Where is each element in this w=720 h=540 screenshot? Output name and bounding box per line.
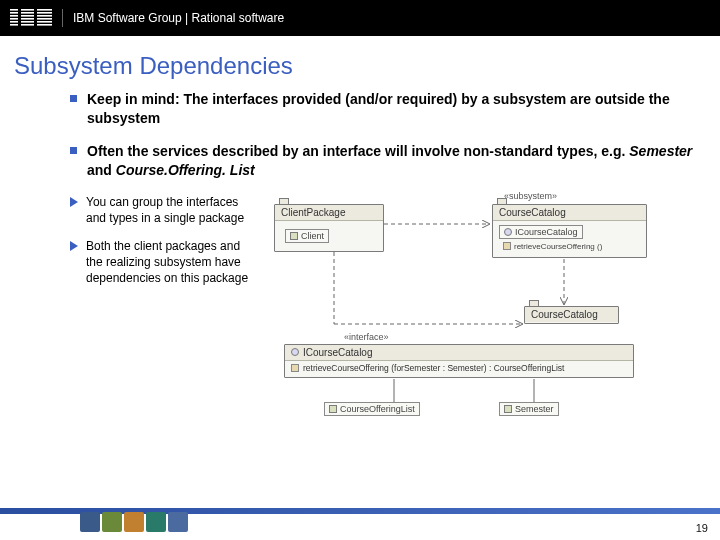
course-catalog-mid-label: CourseCatalog [531, 309, 598, 320]
client-class: Client [285, 229, 329, 243]
sub-bullet-1-text: You can group the interfaces and types i… [86, 194, 250, 226]
bullet-2-mid: and [87, 162, 116, 178]
bullet-2-text: Often the services described by an inter… [87, 142, 700, 180]
icourse-catalog-title: ICourseCatalog [303, 347, 372, 358]
semester-class: Semester [499, 402, 559, 416]
svg-rect-6 [18, 9, 21, 27]
course-catalog-subsystem: CourseCatalog ICourseCatalog retrieveCou… [492, 204, 647, 258]
course-offering-list-class: CourseOfferingList [324, 402, 420, 416]
columns: You can group the interfaces and types i… [70, 194, 700, 424]
sub-bullet-1: You can group the interfaces and types i… [70, 194, 250, 226]
header-breadcrumb: IBM Software Group | Rational software [73, 11, 284, 25]
bullet-2-italic1: Semester [629, 143, 692, 159]
left-column: You can group the interfaces and types i… [70, 194, 250, 424]
page-number: 19 [696, 522, 708, 534]
bullet-1-text: Keep in mind: The interfaces provided (a… [87, 90, 700, 128]
svg-rect-5 [10, 24, 52, 26]
subsystem-stereotype: «subsystem» [504, 191, 557, 201]
svg-rect-1 [10, 12, 52, 14]
footer-icon [102, 512, 122, 532]
icourse-catalog-ref: ICourseCatalog [499, 225, 583, 239]
icourse-catalog-interface: ICourseCatalog retrieveCourseOffering (f… [284, 344, 634, 378]
page-title: Subsystem Dependencies [0, 36, 720, 90]
client-package-box: ClientPackage Client [274, 204, 384, 252]
method-sig-label: retrieveCourseOffering () [514, 242, 602, 251]
client-package-label: ClientPackage [281, 207, 345, 218]
course-catalog-pkg-label: CourseCatalog [499, 207, 566, 218]
course-catalog-mid: CourseCatalog [524, 306, 619, 324]
bullet-2-italic2: Course.Offering. List [116, 162, 255, 178]
sub-bullet-2: Both the client packages and the realizi… [70, 238, 250, 287]
footer-icon [168, 512, 188, 532]
class-icon [329, 405, 337, 413]
footer-icons [80, 512, 188, 532]
header-bar: IBM Software Group | Rational software [0, 0, 720, 36]
square-bullet-icon [70, 147, 77, 154]
footer-icon [80, 512, 100, 532]
sub-bullet-2-text: Both the client packages and the realizi… [86, 238, 250, 287]
client-label: Client [301, 231, 324, 241]
icourse-catalog-label: ICourseCatalog [515, 227, 578, 237]
bullet-2: Often the services described by an inter… [70, 142, 700, 180]
interface-stereotype: «interface» [344, 332, 389, 342]
footer-icon [146, 512, 166, 532]
interface-icon [504, 228, 512, 236]
square-bullet-icon [70, 95, 77, 102]
header-divider [62, 9, 63, 27]
class-icon [290, 232, 298, 240]
semester-label: Semester [515, 404, 554, 414]
bullet-1: Keep in mind: The interfaces provided (a… [70, 90, 700, 128]
content-area: Keep in mind: The interfaces provided (a… [0, 90, 720, 424]
bullet-2-pre: Often the services described by an inter… [87, 143, 629, 159]
operation-icon [291, 364, 299, 372]
svg-rect-0 [10, 9, 52, 11]
operation-icon [503, 242, 511, 250]
bullet-1-pre: Keep in mind: The interfaces provided (a… [87, 91, 595, 107]
course-offering-list-label: CourseOfferingList [340, 404, 415, 414]
svg-rect-3 [10, 18, 52, 20]
ibm-logo [10, 9, 52, 27]
triangle-bullet-icon [70, 197, 78, 207]
method-row: retrieveCourseOffering () [499, 241, 606, 252]
uml-diagram: ClientPackage Client «subsystem» CourseC… [264, 194, 700, 424]
triangle-bullet-icon [70, 241, 78, 251]
svg-rect-2 [10, 15, 52, 17]
svg-rect-4 [10, 21, 52, 23]
footer: 19 [0, 506, 720, 540]
class-icon [504, 405, 512, 413]
bullet-1-bold: outside [595, 91, 645, 107]
operation-signature: retrieveCourseOffering (forSemester : Se… [303, 363, 564, 373]
interface-icon [291, 348, 299, 356]
svg-rect-7 [34, 9, 37, 27]
footer-icon [124, 512, 144, 532]
